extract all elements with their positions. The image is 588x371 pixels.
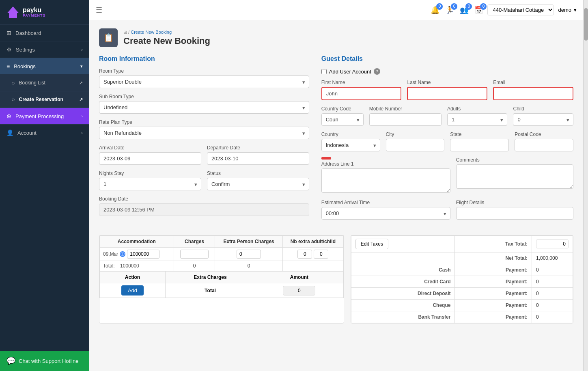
estimated-arrival-select[interactable]: 00:00 xyxy=(321,207,450,220)
add-button[interactable]: Add xyxy=(121,285,144,296)
mobile-number-group: Mobile Number xyxy=(369,106,442,126)
city-group: City xyxy=(386,132,445,151)
scrollbar-thumb[interactable] xyxy=(584,8,588,41)
bank-transfer-payment-label: Payment: xyxy=(455,311,532,323)
sidebar-item-dashboard[interactable]: ⊞ Dashboard xyxy=(0,25,89,41)
mobile-number-input[interactable] xyxy=(369,113,442,126)
city-label: City xyxy=(386,132,445,137)
property-select[interactable]: 440-Matahari Cottage xyxy=(487,4,554,15)
charge-date: 09,Mar xyxy=(103,251,118,257)
departure-date-input[interactable] xyxy=(207,152,309,165)
departure-date-label: Departure Date xyxy=(207,145,309,151)
city-input[interactable] xyxy=(386,139,445,151)
arrival-date-input[interactable] xyxy=(99,152,201,165)
sidebar-item-settings[interactable]: ⚙ Settings › xyxy=(0,41,89,58)
extra-person-input[interactable] xyxy=(237,250,261,259)
sidebar-item-create-reservation[interactable]: ○ Create Reservation ↗ xyxy=(0,91,89,108)
state-input[interactable] xyxy=(450,139,509,151)
estimated-arrival-label: Estimated Arrival Time xyxy=(321,200,450,205)
address-input[interactable] xyxy=(321,168,450,193)
credit-card-value-cell: 0 xyxy=(532,276,573,288)
logo-icon xyxy=(6,5,20,19)
direct-deposit-row: Direct Deposit Payment: 0 xyxy=(351,288,573,300)
flight-details-input[interactable] xyxy=(456,207,573,220)
nb-extra-input-2[interactable] xyxy=(314,250,328,259)
whatsapp-icon: 💬 xyxy=(6,356,15,365)
state-group: State xyxy=(450,132,509,151)
first-name-group: First Name xyxy=(321,80,402,100)
status-group: Status Confirm xyxy=(207,170,309,190)
child-select[interactable]: 0 xyxy=(513,113,573,126)
sidebar-item-account[interactable]: 👤 Account › xyxy=(0,125,89,141)
bell-badge: 0 xyxy=(436,3,443,10)
nb-extra-input-1[interactable] xyxy=(297,250,312,259)
sidebar-item-booking-list[interactable]: ○ Booking List ↗ xyxy=(0,75,89,91)
activity-button[interactable]: 🏃 0 xyxy=(445,6,454,15)
direct-deposit-value-cell: 0 xyxy=(532,288,573,300)
menu-toggle-icon[interactable]: ☰ xyxy=(96,6,102,15)
sidebar-item-payment-processing[interactable]: ⊕ Payment Processing › xyxy=(0,108,89,125)
breadcrumb: ⊞ / Create New Booking xyxy=(123,30,210,35)
name-row: First Name Last Name Email xyxy=(321,80,573,106)
page-header: 📋 ⊞ / Create New Booking Create New Book… xyxy=(99,28,573,47)
user-menu[interactable]: demo ▾ xyxy=(558,7,577,13)
cash-row: Cash Payment: 0 xyxy=(351,264,573,276)
postal-code-label: Postal Code xyxy=(515,132,573,137)
form-sections: Room Information Room Type Superior Doub… xyxy=(99,55,573,225)
dashboard-icon: ⊞ xyxy=(6,30,11,36)
charges-cell xyxy=(174,248,215,261)
first-name-input[interactable] xyxy=(321,87,402,100)
users-button[interactable]: 👥 0 xyxy=(460,6,469,15)
add-user-row: Add User Account ? xyxy=(321,68,573,75)
sidebar-navigation: ⊞ Dashboard ⚙ Settings › ≡ Bookings ▾ ○ … xyxy=(0,25,89,351)
total-charges-cell: 0 xyxy=(174,261,215,271)
status-select[interactable]: Confirm xyxy=(207,178,309,190)
room-type-select[interactable]: Superior Double xyxy=(99,75,309,88)
calendar-button[interactable]: 📅 0 xyxy=(474,6,483,15)
comments-input[interactable] xyxy=(456,164,573,189)
add-user-label: Add User Account xyxy=(329,69,371,75)
net-total-value-cell: 1,000,000 xyxy=(532,252,573,264)
country-select[interactable]: Indonesia xyxy=(321,139,380,151)
adults-select[interactable]: 1 xyxy=(447,113,508,126)
net-total-label-cell: Net Total: xyxy=(455,252,532,264)
chat-support-button[interactable]: 💬 Chat with Support Hotline xyxy=(0,351,89,371)
sidebar-item-bookings[interactable]: ≡ Bookings ▾ xyxy=(0,58,89,75)
country-code-group: Country Code Coun xyxy=(321,106,364,126)
email-input[interactable] xyxy=(493,87,573,100)
accommodation-amount-input[interactable] xyxy=(127,250,159,259)
country-code-select[interactable]: Coun xyxy=(321,113,364,126)
booking-date-label: Booking Date xyxy=(99,196,309,202)
info-dot-icon[interactable]: ⓘ xyxy=(120,251,125,257)
rate-plan-select[interactable]: Non Refundable xyxy=(99,127,309,139)
comments-label: Comments xyxy=(456,157,573,163)
tax-total-input[interactable] xyxy=(536,239,569,248)
sub-room-type-select[interactable]: Undefined xyxy=(99,101,309,114)
direct-deposit-payment-label: Payment: xyxy=(455,288,532,300)
notification-bell-button[interactable]: 🔔 0 xyxy=(431,6,439,15)
help-icon[interactable]: ? xyxy=(374,68,380,75)
scrollbar-track[interactable] xyxy=(583,0,588,371)
extra-charges-total-label: Total xyxy=(205,288,216,293)
nights-stay-select[interactable]: 1 xyxy=(99,178,201,190)
amount-cell xyxy=(255,283,343,298)
rate-plan-select-wrapper: Non Refundable xyxy=(99,127,309,139)
breadcrumb-link[interactable]: Create New Booking xyxy=(131,30,172,35)
edit-taxes-button[interactable]: Edit Taxes xyxy=(355,239,388,249)
cheque-row: Cheque Payment: 0 xyxy=(351,300,573,311)
charges-input[interactable] xyxy=(180,250,209,259)
nb-extra-cell xyxy=(282,248,343,261)
list-icon: ○ xyxy=(11,80,15,86)
user-name: demo xyxy=(558,7,571,13)
bank-transfer-row: Bank Transfer Payment: 0 xyxy=(351,311,573,323)
room-type-label: Room Type xyxy=(99,68,309,74)
sidebar-item-label: Payment Processing xyxy=(15,113,64,119)
last-name-group: Last Name xyxy=(407,80,487,100)
totals-table: Edit Taxes Tax Total: Net Total: 1,000,0… xyxy=(351,235,573,323)
add-user-checkbox[interactable] xyxy=(321,69,327,74)
extra-person-cell xyxy=(215,248,282,261)
postal-code-input[interactable] xyxy=(515,139,573,151)
last-name-input[interactable] xyxy=(407,87,487,100)
guest-details-section: Guest Details Add User Account ? First N… xyxy=(321,55,573,225)
net-total-row: Net Total: 1,000,000 xyxy=(351,252,573,264)
